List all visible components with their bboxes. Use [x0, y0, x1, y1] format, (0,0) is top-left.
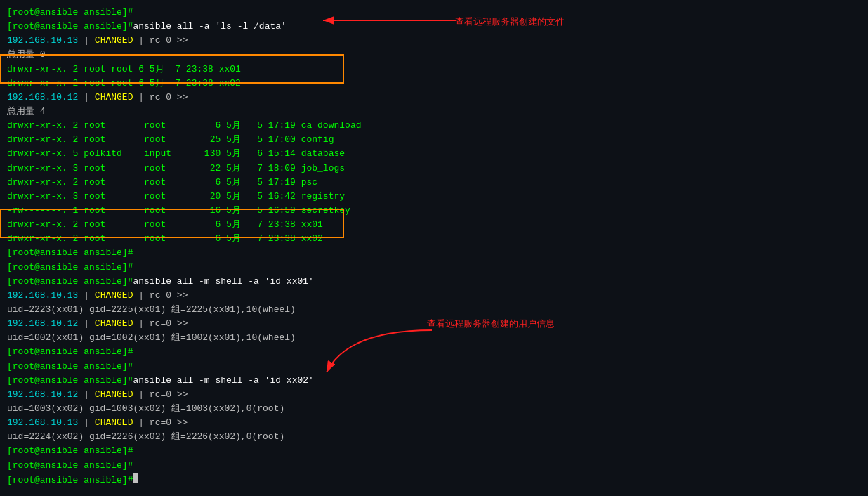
dir-line-2: drwxr-xr-x. 2 root root 6 5月 7 23:38 xx0…	[7, 77, 861, 91]
separator: |	[78, 416, 94, 430]
dir-entry: drwxr-xr-x. 5 polkitd input 130 5月 6 15:…	[7, 147, 345, 161]
total: 总用量 4	[7, 105, 46, 119]
total-line-2: 总用量 4	[7, 105, 861, 119]
status-changed: CHANGED	[95, 289, 133, 303]
uid-info: uid=1003(xx02) gid=1003(xx02) 组=1003(xx0…	[7, 402, 284, 416]
annotation-users: 查看远程服务器创建的用户信息	[427, 318, 555, 330]
terminal: [root@ansible ansible]# [root@ansible an…	[0, 0, 868, 493]
separator: |	[78, 317, 94, 331]
separator: |	[78, 289, 94, 303]
uid-info: uid=2223(xx01) gid=2225(xx01) 组=2225(xx0…	[7, 303, 296, 317]
ip-address: 192.168.10.12	[7, 91, 78, 105]
dir-line-10: drwxr-xr-x. 2 root root 6 5月 7 23:38 xx0…	[7, 218, 861, 232]
dir-line-11: drwxr-xr-x. 2 root root 6 5月 7 23:38 xx0…	[7, 232, 861, 246]
rc-value: | rc=0 >>	[133, 91, 188, 105]
prompt: [root@ansible ansible]#	[7, 246, 133, 260]
total-line-1: 总用量 0	[7, 48, 861, 62]
status-changed: CHANGED	[95, 388, 133, 402]
cursor	[133, 473, 138, 483]
result-line-2: 192.168.10.12 | CHANGED | rc=0 >>	[7, 91, 861, 105]
dir-line-4: drwxr-xr-x. 2 root root 25 5月 5 17:00 co…	[7, 133, 861, 147]
separator: |	[78, 388, 94, 402]
dir-entry: drwxr-xr-x. 2 root root 6 5月 7 23:38 xx0…	[7, 232, 323, 246]
arrow-files	[316, 10, 463, 31]
prompt: [root@ansible ansible]#	[7, 360, 133, 374]
rc-value: | rc=0 >>	[133, 317, 188, 331]
dir-line-7: drwxr-xr-x. 2 root root 6 5月 5 17:19 psc	[7, 176, 861, 190]
dir-line-8: drwxr-xr-x. 3 root root 20 5月 5 16:42 re…	[7, 190, 861, 204]
rc-value: | rc=0 >>	[133, 388, 188, 402]
dir-entry: drwxr-xr-x. 2 root root 6 5月 7 23:38 xx0…	[7, 218, 323, 232]
separator: |	[78, 34, 94, 48]
rc-value: | rc=0 >>	[133, 289, 188, 303]
dir-entry: -rw-------. 1 root root 16 5月 5 16:59 se…	[7, 204, 350, 218]
result-line-6: 192.168.10.13 | CHANGED | rc=0 >>	[7, 416, 861, 430]
status-changed: CHANGED	[95, 416, 133, 430]
annotation-files: 查看远程服务器创建的文件	[455, 15, 565, 28]
dir-line-9: -rw-------. 1 root root 16 5月 5 16:59 se…	[7, 204, 861, 218]
uid-line-3: uid=1003(xx02) gid=1003(xx02) 组=1003(xx0…	[7, 402, 861, 416]
ip-address: 192.168.10.12	[7, 388, 78, 402]
prompt: [root@ansible ansible]#	[7, 345, 133, 359]
blank-prompt-2: [root@ansible ansible]#	[7, 261, 861, 275]
ip-address: 192.168.10.13	[7, 34, 78, 48]
prompt: [root@ansible ansible]#	[7, 459, 133, 473]
status-changed: CHANGED	[95, 34, 133, 48]
status-changed: CHANGED	[95, 91, 133, 105]
uid-info: uid=1002(xx01) gid=1002(xx01) 组=1002(xx0…	[7, 331, 296, 345]
ip-address: 192.168.10.13	[7, 416, 78, 430]
dir-entry: drwxr-xr-x. 2 root root 6 5月 7 23:38 xx0…	[7, 77, 241, 91]
result-line-3: 192.168.10.13 | CHANGED | rc=0 >>	[7, 289, 861, 303]
command: ansible all -m shell -a 'id xx01'	[133, 275, 313, 289]
ip-address: 192.168.10.12	[7, 317, 78, 331]
command: ansible all -a 'ls -l /data'	[133, 20, 286, 34]
dir-line-3: drwxr-xr-x. 2 root root 6 5月 5 17:19 ca_…	[7, 119, 861, 133]
total: 总用量 0	[7, 48, 46, 62]
blank-prompt-1: [root@ansible ansible]#	[7, 246, 861, 260]
dir-entry: drwxr-xr-x. 3 root root 22 5月 7 18:09 jo…	[7, 162, 345, 176]
prompt: [root@ansible ansible]#	[7, 374, 133, 388]
prompt: [root@ansible ansible]#	[7, 275, 133, 289]
prompt: [root@ansible ansible]#	[7, 261, 133, 275]
rc-value: | rc=0 >>	[133, 34, 188, 48]
prompt: [root@ansible ansible]#	[7, 474, 133, 488]
blank-prompt-5: [root@ansible ansible]#	[7, 444, 861, 458]
status-changed: CHANGED	[95, 317, 133, 331]
dir-entry: drwxr-xr-x. 2 root root 25 5月 5 17:00 co…	[7, 133, 334, 147]
dir-line-1: drwxr-xr-x. 2 root root 6 5月 7 23:38 xx0…	[7, 63, 861, 77]
ip-address: 192.168.10.13	[7, 289, 78, 303]
prompt: [root@ansible ansible]#	[7, 6, 133, 20]
dir-entry: drwxr-xr-x. 2 root root 6 5月 5 17:19 psc	[7, 176, 317, 190]
dir-entry: drwxr-xr-x. 2 root root 6 5月 7 23:38 xx0…	[7, 63, 241, 77]
result-line-5: 192.168.10.12 | CHANGED | rc=0 >>	[7, 388, 861, 402]
result-line-1: 192.168.10.13 | CHANGED | rc=0 >>	[7, 34, 861, 48]
dir-entry: drwxr-xr-x. 3 root root 20 5月 5 16:42 re…	[7, 190, 345, 204]
prompt: [root@ansible ansible]#	[7, 444, 133, 458]
last-prompt: [root@ansible ansible]#	[7, 473, 861, 488]
dir-line-5: drwxr-xr-x. 5 polkitd input 130 5月 6 15:…	[7, 147, 861, 161]
uid-info: uid=2224(xx02) gid=2226(xx02) 组=2226(xx0…	[7, 430, 284, 444]
blank-prompt-6: [root@ansible ansible]#	[7, 459, 861, 473]
dir-line-6: drwxr-xr-x. 3 root root 22 5月 7 18:09 jo…	[7, 162, 861, 176]
separator: |	[78, 91, 94, 105]
dir-entry: drwxr-xr-x. 2 root root 6 5月 5 17:19 ca_…	[7, 119, 361, 133]
rc-value: | rc=0 >>	[133, 416, 188, 430]
command: ansible all -m shell -a 'id xx02'	[133, 374, 313, 388]
uid-line-1: uid=2223(xx01) gid=2225(xx01) 组=2225(xx0…	[7, 303, 861, 317]
cmd-line-2: [root@ansible ansible]#ansible all -m sh…	[7, 275, 861, 289]
prompt: [root@ansible ansible]#	[7, 20, 133, 34]
arrow-users	[305, 323, 439, 379]
uid-line-4: uid=2224(xx02) gid=2226(xx02) 组=2226(xx0…	[7, 430, 861, 444]
